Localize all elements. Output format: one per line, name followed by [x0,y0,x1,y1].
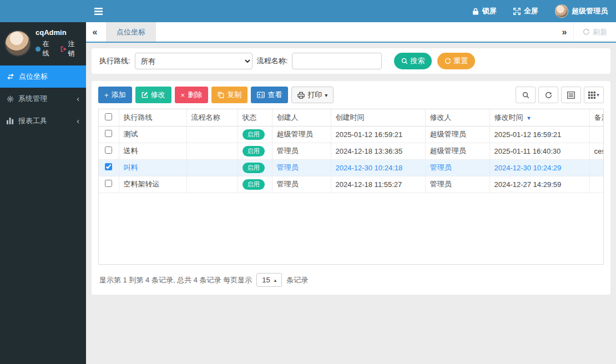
columns-button[interactable]: ▾ [584,87,604,103]
data-table: 执行路线 流程名称 状态 创建人 创建时间 修改人 修改时间▼ 备注 测试 启用… [99,109,603,193]
tabs-scroll-left-button[interactable]: « [86,22,104,42]
view-button-label: 查看 [267,90,282,100]
flow-name-cell [186,126,238,143]
modifier-cell: 管理员 [425,176,489,193]
sidebar-menu: 点位坐标 系统管理 ‹ 报表工具 ‹ [0,65,86,132]
row-checkbox[interactable] [105,130,112,137]
edit-icon [142,92,148,98]
reset-icon [445,58,451,64]
status-badge: 启用 [243,146,265,156]
status-badge: 启用 [243,129,265,140]
tab-point-coords[interactable]: 点位坐标 [106,22,156,42]
tabs-scroll-right-button[interactable]: » [556,22,573,42]
logout-button[interactable]: 注销 [60,39,80,58]
sidebar-toggle-button[interactable] [86,0,110,22]
delete-button-label: 删除 [188,90,202,100]
view-button[interactable]: 查看 [251,87,288,103]
table-tools: ▾ [516,87,604,103]
modified-time-cell: 2025-01-11 16:40:30 [489,143,589,159]
tab-bar: « 点位坐标 » 刷新 [86,22,616,43]
user-menu[interactable]: 超级管理员 [547,0,616,22]
remark-cell [589,159,603,176]
data-table-container: 执行路线 流程名称 状态 创建人 创建时间 修改人 修改时间▼ 备注 测试 启用… [98,109,604,265]
row-checkbox[interactable] [105,163,112,170]
status-cell: 启用 [238,159,272,176]
sidebar-username: cqAdmin [36,28,80,37]
page-size-select[interactable]: 15 ▴ [256,273,282,287]
modifier-cell: 管理员 [425,159,489,176]
search-button-label: 搜索 [410,56,425,66]
fullscreen-button[interactable]: 全屏 [505,0,547,22]
copy-icon [218,92,224,98]
row-checkbox[interactable] [105,146,112,154]
status-badge: 启用 [243,163,265,173]
table-header-row: 执行路线 流程名称 状态 创建人 创建时间 修改人 修改时间▼ 备注 [99,109,603,126]
toggle-view-button[interactable] [561,87,581,103]
sidebar-item-report-tools[interactable]: 报表工具 ‹ [0,110,86,132]
column-header-modified-time[interactable]: 修改时间▼ [489,109,589,126]
hamburger-icon [94,8,103,15]
add-button[interactable]: + 添加 [98,87,132,103]
route-cell: 空料架转运 [119,176,186,193]
sidebar-avatar [6,31,30,55]
modified-time-cell: 2024-12-30 10:24:29 [489,159,589,176]
print-button[interactable]: 打印 ▾ [291,87,334,103]
delete-button[interactable]: × 删除 [175,87,209,103]
table-row[interactable]: 测试 启用 超级管理员 2025-01-12 16:59:21 超级管理员 20… [99,126,603,143]
fullscreen-label: 全屏 [524,6,538,16]
remark-cell: ces1 [589,143,603,159]
plus-icon: + [104,91,109,99]
table-row[interactable]: 送料 启用 管理员 2024-12-18 13:36:35 超级管理员 2025… [99,143,603,159]
creator-cell: 超级管理员 [272,126,331,143]
caret-down-icon: ▾ [325,92,327,98]
reset-button[interactable]: 重置 [437,53,475,69]
column-header-route[interactable]: 执行路线 [119,109,186,126]
modified-time-cell: 2025-01-12 16:59:21 [489,126,589,143]
column-header-remark[interactable]: 备注 [589,109,603,126]
lock-screen-button[interactable]: 锁屏 [464,0,505,22]
sidebar-item-label: 报表工具 [18,116,47,126]
sign-out-icon [60,46,66,52]
route-filter-select[interactable]: 所有 [135,53,253,69]
row-select-cell [99,143,119,159]
creator-cell: 管理员 [272,176,331,193]
status-cell: 启用 [238,176,272,193]
created-time-cell: 2024-12-30 10:24:18 [331,159,425,176]
edit-button-label: 修改 [151,90,165,100]
route-filter-label: 执行路线: [99,56,130,66]
sidebar-item-point-coords[interactable]: 点位坐标 [0,65,86,88]
table-search-button[interactable] [516,87,536,103]
column-header-modifier[interactable]: 修改人 [425,109,489,126]
creator-cell: 管理员 [272,143,331,159]
copy-button[interactable]: 复制 [211,87,248,103]
pagination-suffix: 条记录 [286,275,308,285]
search-button[interactable]: 搜索 [394,53,432,69]
table-row[interactable]: 空料架转运 启用 管理员 2024-12-18 11:55:27 管理员 202… [99,176,603,193]
add-button-label: 添加 [112,90,126,100]
created-time-cell: 2025-01-12 16:59:21 [331,126,425,143]
column-header-flow-name[interactable]: 流程名称 [186,109,238,126]
print-button-label: 打印 [307,90,322,100]
edit-button[interactable]: 修改 [135,87,171,103]
pagination: 显示第 1 到第 4 条记录, 总共 4 条记录 每页显示 15 ▴ 条记录 [98,265,604,288]
row-checkbox[interactable] [105,180,112,187]
column-header-creator[interactable]: 创建人 [272,109,331,126]
column-header-status[interactable]: 状态 [238,109,272,126]
flow-name-filter-label: 流程名称: [257,56,288,66]
table-row[interactable]: 叫料 启用 管理员 2024-12-30 10:24:18 管理员 2024-1… [99,159,603,176]
table-refresh-button[interactable] [538,87,558,103]
select-all-checkbox[interactable] [105,113,112,120]
flow-name-input[interactable] [292,53,382,69]
column-header-created-time[interactable]: 创建时间 [331,109,425,126]
sidebar-item-system-admin[interactable]: 系统管理 ‹ [0,88,86,110]
route-cell: 送料 [119,143,186,159]
grid-columns-icon [588,92,595,99]
route-cell: 测试 [119,126,186,143]
route-cell: 叫料 [119,159,186,176]
sidebar-item-label: 系统管理 [18,94,47,104]
id-card-icon [257,92,265,98]
remark-cell [589,126,603,143]
search-icon [401,58,408,64]
caret-up-icon: ▴ [274,277,277,283]
tab-refresh-button[interactable]: 刷新 [573,22,616,42]
